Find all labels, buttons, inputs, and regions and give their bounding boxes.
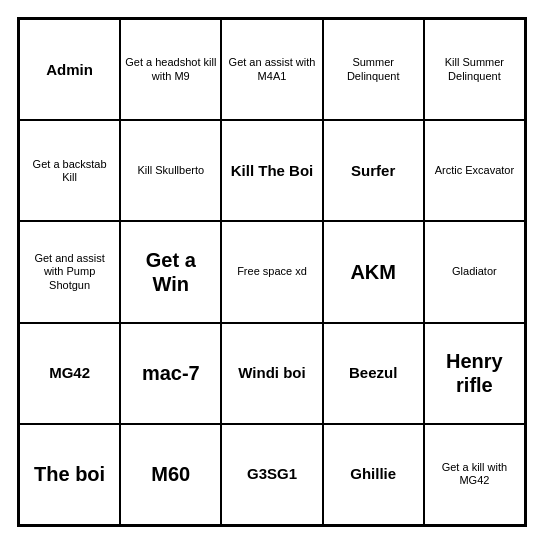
bingo-cell-6: Kill Skullberto <box>120 120 221 221</box>
bingo-cell-14: Gladiator <box>424 221 525 322</box>
bingo-cell-11: Get a Win <box>120 221 221 322</box>
bingo-cell-13: AKM <box>323 221 424 322</box>
bingo-cell-21: M60 <box>120 424 221 525</box>
bingo-cell-0: Admin <box>19 19 120 120</box>
bingo-cell-7: Kill The Boi <box>221 120 322 221</box>
bingo-cell-10: Get and assist with Pump Shotgun <box>19 221 120 322</box>
bingo-cell-1: Get a headshot kill with M9 <box>120 19 221 120</box>
bingo-board: AdminGet a headshot kill with M9Get an a… <box>17 17 527 527</box>
bingo-cell-2: Get an assist with M4A1 <box>221 19 322 120</box>
bingo-cell-3: Summer Delinquent <box>323 19 424 120</box>
bingo-cell-20: The boi <box>19 424 120 525</box>
bingo-cell-18: Beezul <box>323 323 424 424</box>
bingo-cell-22: G3SG1 <box>221 424 322 525</box>
bingo-cell-16: mac-7 <box>120 323 221 424</box>
bingo-cell-23: Ghillie <box>323 424 424 525</box>
bingo-cell-4: Kill Summer Delinquent <box>424 19 525 120</box>
bingo-cell-9: Arctic Excavator <box>424 120 525 221</box>
bingo-cell-8: Surfer <box>323 120 424 221</box>
bingo-cell-17: Windi boi <box>221 323 322 424</box>
bingo-cell-12: Free space xd <box>221 221 322 322</box>
bingo-cell-24: Get a kill with MG42 <box>424 424 525 525</box>
bingo-cell-19: Henry rifle <box>424 323 525 424</box>
bingo-cell-15: MG42 <box>19 323 120 424</box>
bingo-cell-5: Get a backstab Kill <box>19 120 120 221</box>
